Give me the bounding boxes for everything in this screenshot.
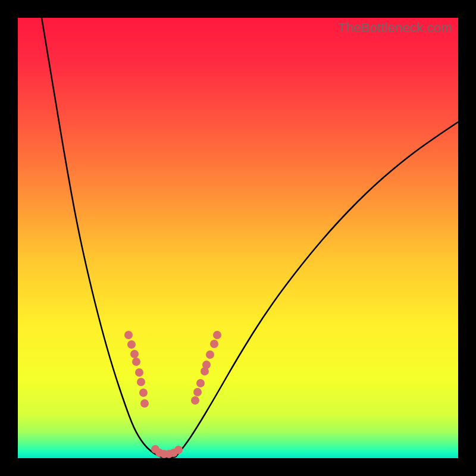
highlight-dot: [193, 388, 202, 396]
highlight-dot: [191, 396, 199, 405]
highlight-dot: [124, 331, 133, 339]
highlight-dots: [124, 331, 221, 458]
highlight-dot: [196, 379, 205, 387]
highlight-dot: [210, 340, 218, 348]
highlight-dot: [139, 389, 148, 397]
highlight-dot: [135, 368, 143, 377]
highlight-dot: [213, 331, 221, 339]
plot-area: TheBottleneck.com: [18, 18, 458, 458]
curve-layer: [18, 18, 458, 458]
highlight-dot: [130, 350, 139, 358]
chart-frame: TheBottleneck.com: [0, 0, 476, 476]
highlight-dot: [140, 399, 149, 408]
highlight-dot: [137, 378, 145, 386]
right-branch-curve: [176, 122, 458, 457]
highlight-dot: [206, 350, 214, 359]
highlight-dot: [127, 340, 136, 349]
highlight-dot: [132, 358, 140, 366]
highlight-dot: [202, 361, 211, 369]
highlight-dot: [174, 446, 183, 454]
